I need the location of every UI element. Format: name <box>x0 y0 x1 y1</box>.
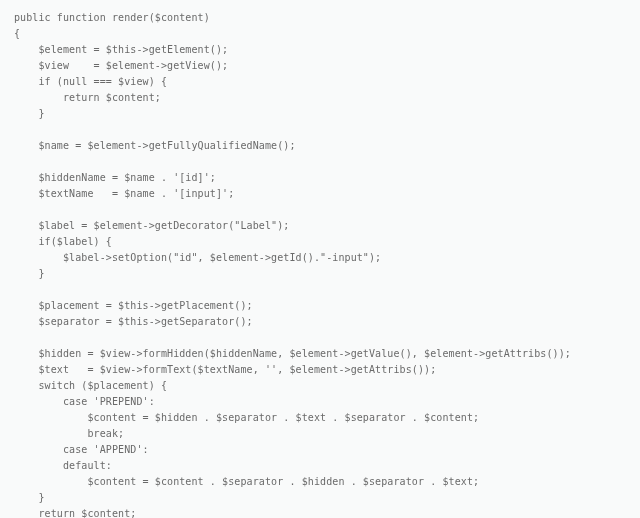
code-content: public function render($content) { $elem… <box>14 12 571 518</box>
code-block: public function render($content) { $elem… <box>0 0 640 518</box>
